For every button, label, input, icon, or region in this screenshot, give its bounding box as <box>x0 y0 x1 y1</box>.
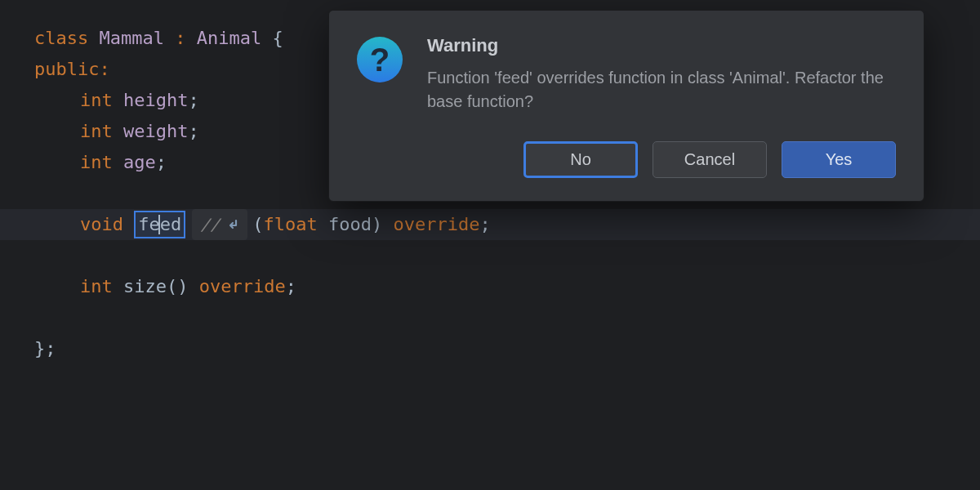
enter-icon <box>226 218 239 231</box>
semicolon: ; <box>480 209 491 240</box>
empty-parens: () <box>167 271 189 302</box>
semicolon: ; <box>286 271 296 302</box>
type-float: float <box>264 209 318 240</box>
class-name: Mammal <box>99 23 163 54</box>
type-int: int <box>80 116 113 147</box>
warning-dialog: ? Warning Function 'feed' overrides func… <box>328 10 924 202</box>
dialog-button-row: No Cancel Yes <box>357 141 896 178</box>
rename-hint-badge: // <box>192 209 247 240</box>
code-line-highlighted: void feed//(float food) override; <box>0 209 980 240</box>
param-food: food <box>318 209 372 240</box>
brace-close: }; <box>34 333 56 364</box>
code-line-empty <box>34 302 980 333</box>
keyword-override: override <box>188 271 285 302</box>
dialog-message: Function 'feed' overrides function in cl… <box>427 66 896 114</box>
colon: : <box>164 23 197 54</box>
text-caret <box>158 215 160 234</box>
rename-selection[interactable]: feed <box>134 211 185 238</box>
brace-open: { <box>261 23 283 54</box>
hint-comment-slash: // <box>200 211 220 238</box>
member-height: height <box>123 85 188 116</box>
cancel-button[interactable]: Cancel <box>653 141 767 178</box>
member-age: age <box>123 147 156 178</box>
colon: : <box>99 54 109 85</box>
code-line: int size() override; <box>34 271 980 302</box>
type-int: int <box>80 271 113 302</box>
member-weight: weight <box>123 116 188 147</box>
lparen: ( <box>252 209 263 240</box>
semicolon: ; <box>188 116 198 147</box>
type-int: int <box>80 147 113 178</box>
code-line-empty <box>34 240 980 271</box>
semicolon: ; <box>156 147 167 178</box>
keyword-void: void <box>80 209 123 240</box>
question-icon: ? <box>357 37 403 82</box>
keyword-public: public <box>34 54 99 85</box>
code-line: }; <box>34 333 980 364</box>
rparen: ) <box>372 209 382 240</box>
function-name-size: size <box>123 271 167 302</box>
semicolon: ; <box>188 85 198 116</box>
base-class: Animal <box>197 23 261 54</box>
yes-button[interactable]: Yes <box>782 141 896 178</box>
type-int: int <box>80 85 113 116</box>
no-button[interactable]: No <box>523 141 638 178</box>
dialog-title: Warning <box>427 35 896 56</box>
keyword-class: class <box>34 23 88 54</box>
keyword-override: override <box>382 209 479 240</box>
